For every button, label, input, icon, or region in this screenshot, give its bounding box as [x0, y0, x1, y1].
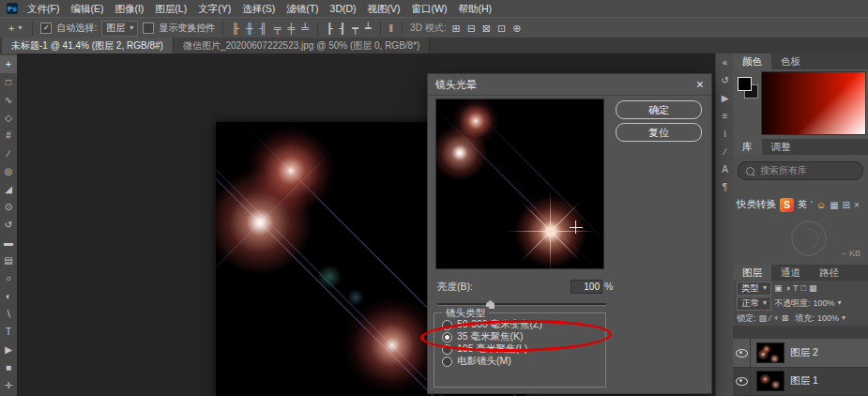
menu-filter[interactable]: 滤镜(T)	[281, 0, 324, 17]
radio-icon[interactable]	[442, 320, 452, 330]
lens-option-movie-prime[interactable]: 电影镜头(M)	[442, 356, 605, 367]
ime-symbol-icon[interactable]: '	[811, 200, 813, 210]
align-right-icon[interactable]: ╢	[259, 23, 268, 34]
filter-type-dropdown[interactable]: 类型 ▾	[737, 282, 771, 296]
3d-roll-icon[interactable]: ⊟	[466, 23, 477, 35]
lens-option-50-300-zoom[interactable]: 50-300 毫米变焦(Z)	[442, 319, 605, 330]
dialog-titlebar[interactable]: 镜头光晕 ×	[428, 74, 711, 96]
distribute-top-icon[interactable]: ┯	[351, 23, 359, 35]
distribute-left-icon[interactable]: ┠	[326, 23, 334, 35]
tool-marquee[interactable]: □	[0, 73, 17, 91]
tab-swatches[interactable]: 色板	[771, 53, 810, 69]
menu-view[interactable]: 视图(V)	[362, 0, 406, 17]
tool-history-brush[interactable]: ↺	[0, 216, 17, 234]
tool-eyedropper[interactable]: ∕	[0, 145, 17, 162]
ok-button[interactable]: 确定	[616, 100, 702, 119]
lock-all-icon[interactable]: ⊠	[782, 313, 789, 323]
emoji-icon[interactable]: ☺	[816, 200, 826, 210]
tool-crop[interactable]: #	[0, 127, 17, 145]
align-bottom-icon[interactable]: ╧	[300, 23, 310, 34]
tab-channels[interactable]: 通道	[771, 265, 810, 281]
info-icon[interactable]: i	[723, 129, 725, 139]
menu-image[interactable]: 图像(I)	[109, 0, 149, 17]
menu-file[interactable]: 文件(F)	[22, 0, 65, 17]
menu-layer[interactable]: 图层(L)	[149, 0, 192, 17]
tool-brush[interactable]: ◢	[0, 180, 17, 198]
color-picker-field[interactable]	[761, 71, 866, 135]
library-search-input[interactable]: 搜索所有库	[738, 161, 863, 180]
align-left-icon[interactable]: ╟	[231, 23, 240, 34]
menu-window[interactable]: 窗口(W)	[406, 0, 453, 17]
layer-row-layer-1[interactable]: 图层 1	[733, 367, 868, 396]
ime-mode-toggle[interactable]: 英	[798, 198, 807, 211]
brush-settings-icon[interactable]: ∕	[724, 147, 726, 157]
radio-icon[interactable]	[442, 357, 452, 367]
align-center-h-icon[interactable]: ╫	[245, 23, 254, 34]
history-icon[interactable]: ↺	[721, 76, 728, 85]
align-center-v-icon[interactable]: ╪	[286, 23, 296, 34]
layer-name[interactable]: 图层 2	[790, 346, 818, 359]
tool-clone-stamp[interactable]: ⊙	[0, 198, 17, 216]
properties-icon[interactable]: ≡	[723, 112, 728, 121]
menu-help[interactable]: 帮助(H)	[453, 0, 498, 17]
lens-flare-preview[interactable]	[435, 99, 604, 269]
tool-lasso[interactable]: ∿	[0, 91, 17, 109]
radio-checked-icon[interactable]	[442, 332, 452, 343]
collapse-panels-icon[interactable]: «	[723, 58, 728, 68]
tool-path-select[interactable]: ▶	[0, 341, 17, 358]
slider-track[interactable]	[437, 303, 606, 306]
tool-hand[interactable]: ✛	[0, 376, 17, 394]
tool-blur[interactable]: ○	[0, 269, 17, 287]
tool-move[interactable]: +	[0, 55, 17, 73]
tool-eraser[interactable]: ▬	[0, 234, 17, 251]
tab-layers[interactable]: 图层	[733, 265, 771, 281]
lock-transparent-icon[interactable]: ▨	[759, 313, 768, 323]
blend-mode-dropdown[interactable]: 正常 ▾	[737, 297, 771, 311]
tool-gradient[interactable]: ▤	[0, 251, 17, 269]
3d-slide-icon[interactable]: ⊡	[496, 23, 507, 35]
layer-row-layer-2[interactable]: 图层 2	[733, 339, 868, 368]
close-icon[interactable]: ×	[696, 78, 704, 91]
pause-icon[interactable]: ‖	[388, 23, 395, 34]
sogou-logo-icon[interactable]: S	[780, 198, 794, 212]
actions-icon[interactable]: ▶	[722, 94, 729, 103]
paragraph-panel-icon[interactable]: ¶	[723, 183, 727, 192]
toolbox-icon[interactable]: ⊞	[843, 200, 850, 210]
tool-dodge[interactable]: ◐	[0, 287, 17, 305]
tab-wechat-image[interactable]: 微信图片_20200607222523.jpg @ 50% (图层 0, RGB…	[174, 38, 431, 53]
auto-select-dropdown[interactable]: 图层 ▾	[101, 21, 138, 37]
character-panel-icon[interactable]: A	[722, 165, 728, 175]
tool-type[interactable]: T	[0, 323, 17, 341]
keyboard-icon[interactable]: ▦	[830, 200, 838, 210]
filter-type-layer-icon[interactable]: T	[793, 283, 799, 293]
layer-thumbnail[interactable]	[756, 371, 784, 391]
filter-adjustment-icon[interactable]: ◑	[785, 283, 790, 293]
3d-pan-icon[interactable]: ⊠	[481, 23, 492, 35]
distribute-right-icon[interactable]: ┨	[339, 23, 347, 35]
filter-smart-object-icon[interactable]: ▦	[809, 283, 817, 293]
lens-option-35mm-prime[interactable]: 35 毫米聚焦(K)	[442, 331, 605, 343]
visibility-toggle[interactable]	[733, 339, 751, 367]
tool-quick-select[interactable]: ◇	[0, 109, 17, 127]
tool-spot-heal[interactable]: ◎	[0, 162, 17, 180]
tab-paths[interactable]: 路径	[810, 265, 848, 281]
tab-adjustments[interactable]: 调整	[762, 139, 800, 155]
radio-icon[interactable]	[442, 344, 452, 355]
show-transform-checkbox[interactable]	[143, 23, 154, 34]
distribute-bottom-icon[interactable]: ┷	[364, 23, 373, 35]
3d-orbit-icon[interactable]: ⊞	[450, 23, 461, 35]
brightness-input[interactable]: 100	[571, 280, 602, 294]
fill-value[interactable]: 100%	[817, 313, 839, 323]
auto-select-checkbox[interactable]: ✓	[40, 23, 52, 34]
layer-thumbnail[interactable]	[756, 343, 784, 363]
menu-3d[interactable]: 3D(D)	[325, 0, 362, 17]
align-top-icon[interactable]: ╤	[273, 23, 282, 34]
tab-untitled-1[interactable]: 未标题-1 @ 41.4% (图层 2, RGB/8#)	[2, 38, 174, 53]
3d-scale-icon[interactable]: ⊕	[511, 23, 522, 35]
filter-pixel-icon[interactable]: ▣	[774, 283, 783, 293]
lens-option-105mm-prime[interactable]: 105 毫米聚焦(L)	[442, 343, 605, 355]
tab-color[interactable]: 颜色	[733, 53, 771, 69]
menu-edit[interactable]: 编辑(E)	[65, 0, 109, 17]
close-icon[interactable]: ×	[854, 200, 860, 210]
reset-button[interactable]: 复位	[616, 123, 702, 142]
